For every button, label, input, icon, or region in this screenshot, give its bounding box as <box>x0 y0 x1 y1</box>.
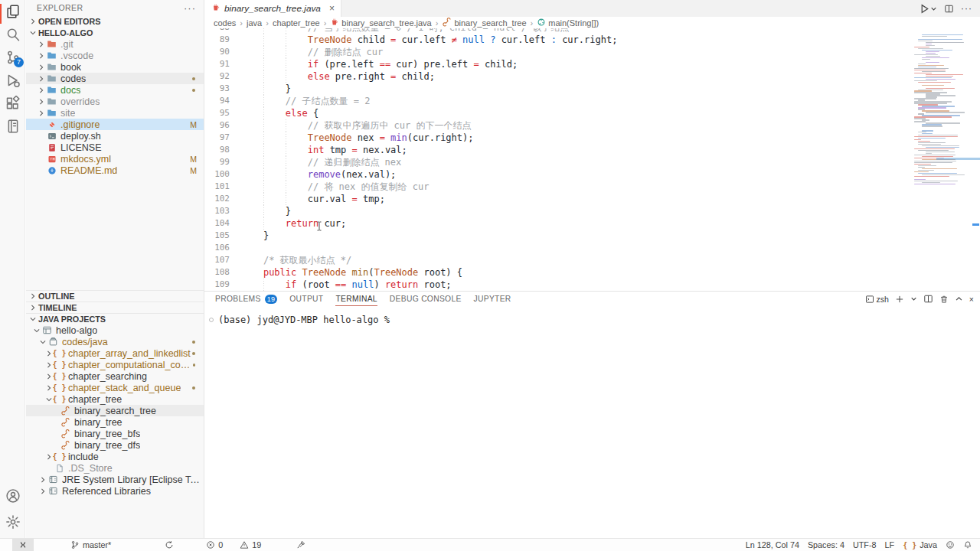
split-terminal-icon[interactable] <box>923 294 933 304</box>
terminal-shell-picker[interactable]: zsh <box>865 295 889 304</box>
code-line-102[interactable]: 102 cur.val = tmp; <box>204 193 911 205</box>
code-line-107[interactable]: 107 /* 获取最小结点 */ <box>204 254 911 266</box>
status-feedback[interactable] <box>946 539 955 551</box>
activity-explorer-icon[interactable] <box>0 0 25 23</box>
file-row-docs[interactable]: docs <box>26 84 204 96</box>
java-tree-row-chapter-searching[interactable]: { }chapter_searching <box>26 370 204 382</box>
more-actions-icon[interactable]: ··· <box>961 3 972 14</box>
status-rocket[interactable] <box>296 539 305 551</box>
file-row-overrides[interactable]: overrides <box>26 96 204 107</box>
status-error-0[interactable]: 0 <box>206 539 223 551</box>
code-line-105[interactable]: 105 } <box>204 230 911 242</box>
panel-tab-debug-console[interactable]: DEBUG CONSOLE <box>390 292 462 306</box>
code-line-97[interactable]: 97 TreeNode nex = min(cur.right); <box>204 132 911 144</box>
breadcrumb-item-binary-search-tree[interactable]: binary_search_tree <box>442 17 526 28</box>
code-line-88[interactable]: 88 // 当子结点数量 = 0 / 1 时, child = null / 该… <box>204 28 911 34</box>
code-editor[interactable]: 88 // 当子结点数量 = 0 / 1 时, child = null / 该… <box>204 28 980 291</box>
activity-settings-icon[interactable] <box>0 509 25 535</box>
activity-account-icon[interactable] <box>0 483 25 509</box>
code-line-89[interactable]: 89 TreeNode child = cur.left ≠ null ? cu… <box>204 34 911 46</box>
status-lf[interactable]: LF <box>885 539 895 551</box>
terminal-output[interactable]: (base) jyd@JYD-MBP hello-algo % <box>204 306 980 325</box>
code-line-92[interactable]: 92 else pre.right = child; <box>204 70 911 83</box>
breadcrumb-item-chapter-tree[interactable]: chapter_tree <box>273 18 320 28</box>
minimap[interactable] <box>913 34 971 187</box>
breadcrumb-item-main-string-[interactable]: main(String[]) <box>537 18 599 28</box>
file-row-site[interactable]: site <box>26 107 204 119</box>
java-tree-row-binary-tree-dfs[interactable]: binary_tree_dfs <box>26 439 204 451</box>
file-row--gitignore[interactable]: .gitignoreM <box>26 119 204 130</box>
status-remote[interactable] <box>12 539 34 551</box>
status-bell[interactable] <box>963 539 972 551</box>
file-row-readme-md[interactable]: README.mdM <box>26 165 204 176</box>
panel-tab-problems[interactable]: PROBLEMS19 <box>215 292 277 306</box>
section-java-projects[interactable]: JAVA PROJECTS <box>26 313 204 324</box>
section-timeline[interactable]: TIMELINE <box>26 302 204 313</box>
code-line-98[interactable]: 98 int tmp = nex.val; <box>204 144 911 156</box>
code-line-96[interactable]: 96 // 获取中序遍历中 cur 的下一个结点 <box>204 119 911 132</box>
code-line-93[interactable]: 93 } <box>204 83 911 95</box>
new-terminal-icon[interactable] <box>895 295 904 304</box>
close-panel-icon[interactable]: × <box>969 295 974 304</box>
code-line-106[interactable]: 106 <box>204 242 911 254</box>
kill-terminal-icon[interactable] <box>939 295 949 304</box>
panel-tab-output[interactable]: OUTPUT <box>289 292 323 306</box>
file-row-book[interactable]: book <box>26 61 204 73</box>
java-tree-row-referenced-libraries[interactable]: Referenced Libraries <box>26 485 204 497</box>
section-outline[interactable]: OUTLINE <box>26 290 204 302</box>
file-row-codes[interactable]: codes <box>26 73 204 84</box>
status-java[interactable]: { }Java <box>903 539 937 551</box>
file-row--vscode[interactable]: .vscode <box>26 50 204 61</box>
file-row-mkdocs-yml[interactable]: mkdocs.ymlM <box>26 153 204 165</box>
status-warning-19[interactable]: 19 <box>240 539 261 551</box>
code-line-91[interactable]: 91 if (pre.left == cur) pre.left = child… <box>204 58 911 70</box>
code-line-108[interactable]: 108 public TreeNode min(TreeNode root) { <box>204 266 911 279</box>
java-tree-row-chapter-tree[interactable]: { }chapter_tree <box>26 393 204 405</box>
java-tree-row-hello-algo[interactable]: hello-algo <box>26 324 204 336</box>
java-tree-row-binary-tree[interactable]: binary_tree <box>26 416 204 428</box>
file-row--git[interactable]: .git <box>26 38 204 50</box>
activity-search-icon[interactable] <box>0 23 25 46</box>
panel-tab-jupyter[interactable]: JUPYTER <box>474 292 511 306</box>
activity-run-and-debug-icon[interactable] <box>0 69 25 92</box>
activity-extensions-icon[interactable] <box>0 92 25 115</box>
status-ln-128-col-74[interactable]: Ln 128, Col 74 <box>746 539 799 551</box>
section-project-root[interactable]: HELLO-ALGO <box>26 27 204 38</box>
maximize-panel-icon[interactable] <box>955 295 963 303</box>
code-line-103[interactable]: 103 } <box>204 205 911 217</box>
java-tree-row--ds-store[interactable]: .DS_Store <box>26 462 204 474</box>
status-spaces-4[interactable]: Spaces: 4 <box>808 539 844 551</box>
java-tree-row-include[interactable]: { }include <box>26 451 204 462</box>
panel-tab-terminal[interactable]: TERMINAL <box>335 292 377 306</box>
breadcrumb-item-codes[interactable]: codes <box>214 18 236 28</box>
run-button[interactable] <box>919 3 937 15</box>
status-sync[interactable] <box>165 539 174 551</box>
status-branch-master[interactable]: master* <box>70 539 111 551</box>
split-editor-icon[interactable] <box>944 4 954 14</box>
code-line-104[interactable]: 104 return cur; <box>204 217 911 230</box>
section-open-editors[interactable]: OPEN EDITORS <box>26 15 204 27</box>
status-utf-8[interactable]: UTF-8 <box>853 539 877 551</box>
chevron-down-icon[interactable] <box>910 295 917 302</box>
file-row-license[interactable]: LICENSE <box>26 142 204 153</box>
code-line-90[interactable]: 90 // 删除结点 cur <box>204 46 911 58</box>
java-tree-row-binary-tree-bfs[interactable]: binary_tree_bfs <box>26 428 204 439</box>
java-tree-row-chapter-stack-and-queue[interactable]: { }chapter_stack_and_queue <box>26 382 204 393</box>
java-tree-row-jre-system-library-eclipse-temurin-17-17-[interactable]: JRE System Library [Eclipse Temurin 17 [… <box>26 474 204 485</box>
close-icon[interactable]: × <box>329 3 335 14</box>
code-line-100[interactable]: 100 remove(nex.val); <box>204 168 911 181</box>
code-line-95[interactable]: 95 else { <box>204 107 911 119</box>
code-line-101[interactable]: 101 // 将 nex 的值复制给 cur <box>204 181 911 193</box>
more-actions-icon[interactable]: ··· <box>184 2 196 14</box>
code-line-94[interactable]: 94 // 子结点数量 = 2 <box>204 95 911 107</box>
file-row-deploy-sh[interactable]: deploy.sh <box>26 130 204 142</box>
java-tree-row-chapter-array-and-linkedlist[interactable]: { }chapter_array_and_linkedlist <box>26 347 204 359</box>
breadcrumb-item-binary-search-tree-java[interactable]: binary_search_tree.java <box>330 18 431 28</box>
java-tree-row-chapter-computational-complexity[interactable]: { }chapter_computational_complexity <box>26 359 204 370</box>
tab-binary-search-tree-java[interactable]: binary_search_tree.java × <box>204 0 341 17</box>
java-tree-row-codes-java[interactable]: codes/java <box>26 336 204 347</box>
activity-source-control-icon[interactable]: 7 <box>0 46 25 69</box>
java-tree-row-binary-search-tree[interactable]: binary_search_tree <box>26 405 204 416</box>
code-line-109[interactable]: 109 if (root == null) return root; <box>204 279 911 291</box>
activity-notebook-icon[interactable] <box>0 115 25 138</box>
